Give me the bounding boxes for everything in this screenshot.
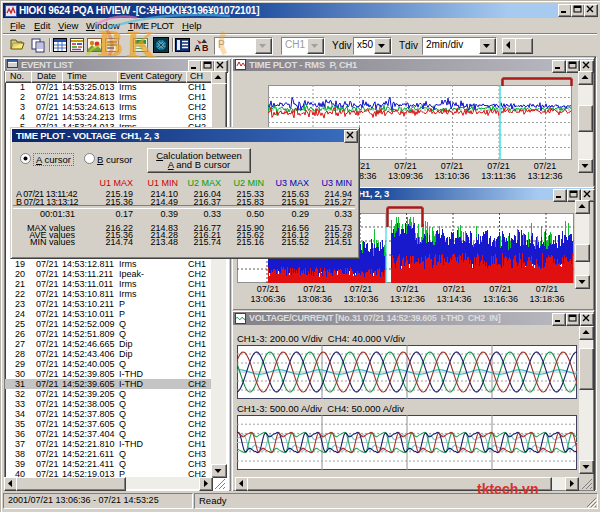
svg-text:B K: B K [97, 21, 157, 60]
